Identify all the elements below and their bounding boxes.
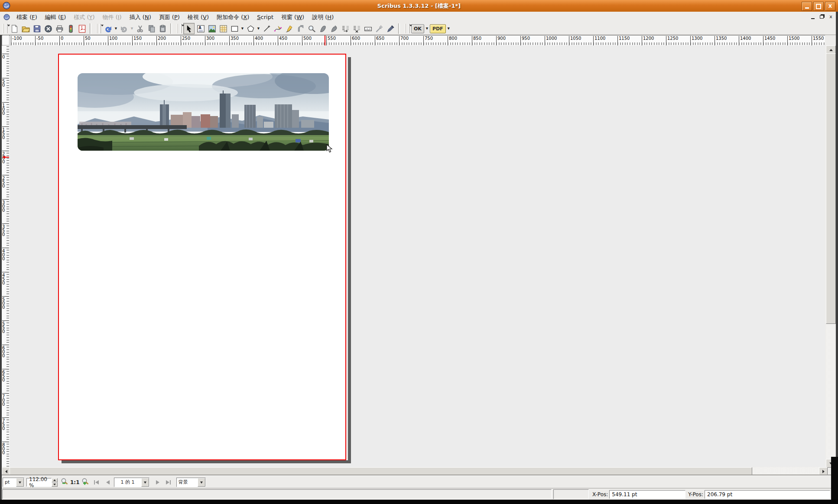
toolbar-drag-handle[interactable] <box>405 24 409 33</box>
dropdown-button[interactable] <box>198 478 205 487</box>
insert-polygon-button[interactable] <box>245 23 256 34</box>
menu-item-s[interactable]: Script <box>253 13 277 21</box>
restore-icon <box>816 4 821 9</box>
zoom-level-input[interactable]: 112.00 % <box>26 478 52 487</box>
page-select[interactable]: 1 的 1 <box>114 478 149 487</box>
redo-icon <box>120 25 128 33</box>
insert-line-button[interactable] <box>261 23 272 34</box>
paste-button[interactable] <box>157 23 168 34</box>
hruler-label-950: 950 <box>520 36 530 45</box>
menu-item-f[interactable]: 檔案 (F) <box>13 13 41 21</box>
menu-item-x[interactable]: 附加命令 (X) <box>213 13 253 21</box>
previous-page-button[interactable] <box>103 478 113 487</box>
menu-item-w[interactable]: 視窗 (W) <box>277 13 308 21</box>
vertical-ruler[interactable]: 05 01 0 01 5 02 0 02 5 03 0 03 5 04 0 04… <box>2 45 10 467</box>
spin-down-button[interactable] <box>52 482 58 487</box>
close-button[interactable]: X <box>825 2 835 11</box>
shape-dropdown-icon[interactable]: ▼ <box>240 23 245 34</box>
zoom-tool-button[interactable] <box>306 23 317 34</box>
horizontal-ruler[interactable]: -100-50050100150200250300350400450500550… <box>10 35 825 45</box>
menu-item-n[interactable]: 插入 (N) <box>126 13 155 21</box>
ruler-origin-box[interactable] <box>2 35 10 45</box>
edit-contents-button[interactable] <box>318 23 328 34</box>
menu-item-h[interactable]: 說明 (H) <box>308 13 338 21</box>
unlink-text-frames-button[interactable] <box>351 23 362 34</box>
mdi-restore-button[interactable] <box>818 13 825 20</box>
rotate-item-icon <box>296 25 305 33</box>
scroll-up-button[interactable] <box>826 45 836 54</box>
new-document-button[interactable] <box>9 23 19 34</box>
zoom-in-button[interactable] <box>81 478 89 487</box>
cut-button[interactable] <box>135 23 145 34</box>
dropdown-button[interactable] <box>141 478 149 487</box>
measurements-button[interactable] <box>363 23 373 34</box>
pdf-text-field-dropdown-icon[interactable]: ▼ <box>446 23 451 34</box>
insert-table-button[interactable] <box>218 23 228 34</box>
spin-up-button[interactable] <box>52 478 58 482</box>
unit-select[interactable]: pt <box>3 478 24 487</box>
minimize-button[interactable] <box>802 2 812 11</box>
image-frame[interactable] <box>78 73 329 151</box>
export-pdf-button[interactable] <box>77 23 87 34</box>
menu-item-p[interactable]: 頁面 (P) <box>155 13 184 21</box>
title-bar: Scribus 1.3.3.12 - [檔案-1*] X <box>0 0 838 12</box>
cut-icon <box>136 25 144 33</box>
pdf-text-field-button[interactable]: PDF <box>430 24 446 33</box>
scroll-left-button[interactable] <box>2 467 10 476</box>
menu-item-e[interactable]: 編輯 (E) <box>41 13 70 21</box>
zoom-out-button[interactable] <box>61 478 68 487</box>
toolbar-drag-handle[interactable] <box>177 24 182 33</box>
vertical-scroll-thumb[interactable] <box>826 53 836 324</box>
pdf-push-button-dropdown-icon[interactable]: ▼ <box>425 23 429 34</box>
undo-button[interactable] <box>103 23 113 34</box>
hruler-label-1400: 1400 <box>739 36 751 45</box>
link-text-frames-button[interactable] <box>340 23 351 34</box>
next-page-button[interactable] <box>153 478 162 487</box>
save-document-button[interactable] <box>32 23 42 34</box>
pdf-push-button-button[interactable]: OK <box>411 24 424 33</box>
copy-button[interactable] <box>146 23 156 34</box>
insert-shape-button[interactable] <box>229 23 240 34</box>
insert-image-frame-button[interactable] <box>207 23 217 34</box>
scroll-right-button[interactable] <box>819 467 828 476</box>
insert-bezier-curve-button[interactable] <box>273 23 283 34</box>
story-editor-button[interactable] <box>329 23 339 34</box>
eye-dropper-button[interactable] <box>385 23 396 34</box>
menu-item-v[interactable]: 檢視 (V) <box>184 13 213 21</box>
preflight-verifier-button[interactable] <box>65 23 76 34</box>
document-canvas[interactable] <box>10 45 825 467</box>
desktop-background <box>831 457 838 500</box>
first-page-button[interactable] <box>92 478 101 487</box>
last-page-button[interactable] <box>164 478 173 487</box>
scribus-window: Scribus 1.3.3.12 - [檔案-1*] X 檔案 (F)編輯 (E… <box>0 0 838 504</box>
undo-dropdown-icon[interactable]: ▼ <box>114 23 118 34</box>
maximize-button[interactable] <box>813 2 824 11</box>
window-controls: X <box>802 2 835 11</box>
toolbar-drag-handle[interactable] <box>3 24 7 33</box>
copy-item-properties-button[interactable] <box>374 23 384 34</box>
horizontal-scroll-thumb[interactable] <box>10 467 752 476</box>
close-document-button[interactable] <box>43 23 53 34</box>
open-document-button[interactable] <box>20 23 31 34</box>
toolbar-drag-handle[interactable] <box>96 24 101 33</box>
copy-item-properties-icon <box>375 25 383 33</box>
zoom-ratio-label[interactable]: 1:1 <box>70 479 80 485</box>
mdi-close-button[interactable]: x <box>827 13 835 20</box>
insert-freehand-line-button[interactable] <box>284 23 294 34</box>
chevron-down-icon <box>19 481 21 485</box>
vertical-scrollbar[interactable] <box>825 45 836 467</box>
print-document-button[interactable] <box>54 23 65 34</box>
restore-icon <box>820 15 824 19</box>
insert-shape-icon <box>231 25 239 33</box>
rotate-item-button[interactable] <box>295 23 305 34</box>
layer-select[interactable]: 背景 <box>176 478 206 487</box>
select-item-button[interactable] <box>183 23 195 34</box>
polygon-dropdown-icon[interactable]: ▼ <box>256 23 261 34</box>
dropdown-button[interactable] <box>16 478 24 487</box>
new-document-icon <box>10 25 19 33</box>
page-shadow <box>62 460 351 463</box>
last-page-icon <box>166 480 171 485</box>
horizontal-scrollbar[interactable] <box>2 467 827 475</box>
insert-text-frame-button[interactable]: A <box>195 23 206 34</box>
mdi-minimize-button[interactable] <box>809 13 816 20</box>
